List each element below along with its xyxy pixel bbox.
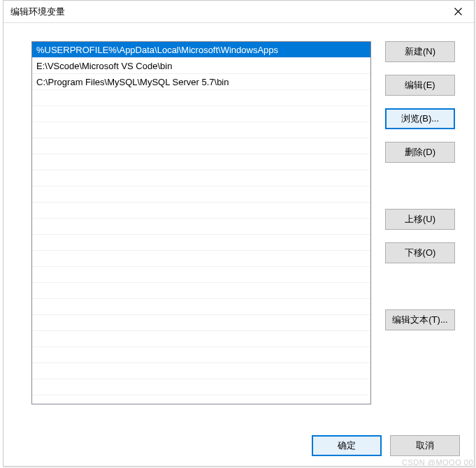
list-item-empty[interactable]	[32, 106, 370, 122]
button-column: 新建(N) 编辑(E) 浏览(B)... 删除(D) 上移(U) 下移(O) 编…	[385, 41, 455, 411]
titlebar: 编辑环境变量	[3, 1, 474, 23]
ok-button[interactable]: 确定	[312, 435, 382, 456]
list-item-empty[interactable]	[32, 170, 370, 187]
list-item-empty[interactable]	[32, 90, 370, 106]
list-item-empty[interactable]	[32, 235, 370, 251]
env-variable-edit-dialog: 编辑环境变量 %USERPROFILE%\AppData\Local\Micro…	[3, 0, 475, 467]
path-listbox[interactable]: %USERPROFILE%\AppData\Local\Microsoft\Wi…	[31, 41, 371, 404]
close-icon	[454, 8, 462, 15]
list-item-empty[interactable]	[32, 187, 370, 203]
list-item-empty[interactable]	[32, 251, 370, 267]
browse-button[interactable]: 浏览(B)...	[385, 108, 455, 129]
movedown-button[interactable]: 下移(O)	[385, 242, 455, 263]
list-item-empty[interactable]	[32, 315, 370, 331]
list-item-empty[interactable]	[32, 154, 370, 170]
list-item[interactable]: C:\Program Files\MySQL\MySQL Server 5.7\…	[32, 74, 370, 90]
cancel-button[interactable]: 取消	[390, 435, 460, 456]
list-item-empty[interactable]	[32, 331, 370, 347]
moveup-button[interactable]: 上移(U)	[385, 209, 455, 230]
list-item-empty[interactable]	[32, 347, 370, 363]
list-item-empty[interactable]	[32, 219, 370, 235]
list-item-empty[interactable]	[32, 267, 370, 283]
edit-button[interactable]: 编辑(E)	[385, 75, 455, 96]
delete-button[interactable]: 删除(D)	[385, 142, 455, 163]
list-item-empty[interactable]	[32, 299, 370, 315]
list-item[interactable]: %USERPROFILE%\AppData\Local\Microsoft\Wi…	[32, 42, 370, 58]
edittext-button[interactable]: 编辑文本(T)...	[385, 309, 455, 330]
list-item-empty[interactable]	[32, 203, 370, 219]
list-item-empty[interactable]	[32, 379, 370, 395]
new-button[interactable]: 新建(N)	[385, 41, 455, 62]
bottom-button-row: 确定 取消	[31, 435, 460, 456]
dialog-title: 编辑环境变量	[10, 6, 65, 18]
watermark: CSDN @MOOO 00	[402, 458, 473, 467]
list-item-empty[interactable]	[32, 122, 370, 138]
close-button[interactable]	[442, 1, 474, 22]
list-item-empty[interactable]	[32, 283, 370, 299]
list-item[interactable]: E:\VScode\Microsoft VS Code\bin	[32, 58, 370, 74]
list-item-empty[interactable]	[32, 363, 370, 379]
content-area: %USERPROFILE%\AppData\Local\Microsoft\Wi…	[3, 23, 474, 466]
list-item-empty[interactable]	[32, 138, 370, 154]
